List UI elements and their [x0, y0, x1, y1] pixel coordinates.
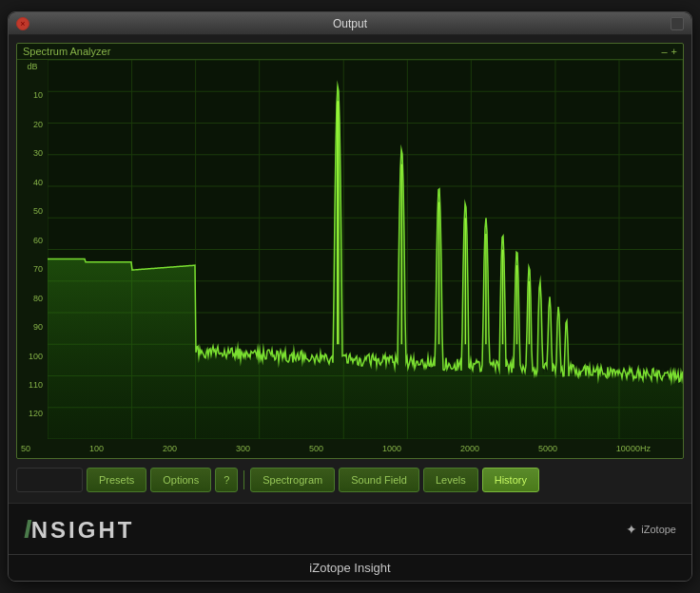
toolbar-right: Spectrogram Sound Field Levels History	[250, 468, 539, 492]
help-button[interactable]: ?	[215, 468, 238, 492]
options-button[interactable]: Options	[150, 468, 211, 492]
x-label-5000: 5000	[538, 444, 557, 453]
x-axis-row: 50 100 200 300 500 1000 2000 5000 10000 …	[17, 439, 683, 458]
app-title: iZotope Insight	[309, 561, 390, 575]
y-label-40: 40	[17, 179, 46, 187]
y-label-10: 10	[17, 91, 46, 100]
spectrogram-button[interactable]: Spectrogram	[250, 468, 335, 492]
y-label-100: 100	[17, 353, 46, 361]
chart-inner	[48, 60, 683, 439]
hz-label: Hz	[640, 444, 652, 453]
panel-header: Spectrum Analyzer – +	[17, 44, 683, 60]
panel-plus-btn[interactable]: +	[671, 46, 677, 57]
insight-logo-i: I	[24, 514, 31, 545]
x-labels: 50 100 200 300 500 1000 2000 5000 10000	[21, 444, 640, 453]
bottom-bar: I NSIGHT ✦ iZotope	[9, 503, 691, 554]
panel-controls: – +	[661, 46, 677, 57]
y-axis: dB 10 20 30 40 50 60 70 80 90 100 110 12…	[17, 60, 48, 439]
y-label-20: 20	[17, 121, 46, 129]
panel-minus-btn[interactable]: –	[661, 46, 667, 57]
x-label-1000: 1000	[382, 444, 401, 453]
izotope-star-icon: ✦	[626, 522, 637, 537]
y-label-120: 120	[17, 410, 46, 418]
x-label-300: 300	[236, 444, 250, 453]
x-label-100: 100	[89, 444, 104, 453]
x-label-500: 500	[309, 444, 323, 453]
db-label: dB	[17, 62, 48, 71]
title-bar: × Output	[9, 12, 691, 35]
x-label-2000: 2000	[460, 444, 479, 453]
izotope-logo: ✦ iZotope	[626, 522, 676, 537]
insight-logo-text: NSIGHT	[31, 517, 135, 544]
toolbar: Presets Options ? Spectrogram Sound Fiel…	[16, 465, 684, 495]
sound-field-button[interactable]: Sound Field	[339, 468, 419, 492]
y-label-70: 70	[17, 265, 46, 274]
spectrum-canvas	[48, 60, 683, 439]
toolbar-left: Presets Options ?	[16, 468, 238, 492]
x-label-200: 200	[163, 444, 177, 453]
history-button[interactable]: History	[482, 468, 539, 492]
window-title: Output	[333, 17, 367, 30]
y-label-50: 50	[17, 207, 46, 216]
y-label-30: 30	[17, 149, 46, 158]
chart-area: dB 10 20 30 40 50 60 70 80 90 100 110 12…	[17, 60, 683, 439]
insight-logo: I NSIGHT	[24, 514, 134, 545]
main-window: × Output Spectrum Analyzer – + dB 10	[8, 11, 692, 582]
y-label-110: 110	[17, 381, 46, 390]
x-label-50: 50	[21, 444, 30, 453]
y-label-80: 80	[17, 295, 46, 303]
y-label-60: 60	[17, 237, 46, 245]
app-title-bar: iZotope Insight	[9, 554, 691, 581]
panel-title: Spectrum Analyzer	[23, 46, 110, 57]
toolbar-separator	[243, 470, 244, 489]
x-label-10000: 10000	[616, 444, 640, 453]
presets-button[interactable]: Presets	[87, 468, 146, 492]
levels-button[interactable]: Levels	[423, 468, 478, 492]
main-content: Spectrum Analyzer – + dB 10 20 30 40 50	[9, 35, 691, 503]
y-label-90: 90	[17, 323, 46, 332]
spectrum-panel: Spectrum Analyzer – + dB 10 20 30 40 50	[16, 43, 684, 459]
izotope-brand-text: iZotope	[641, 524, 676, 535]
close-button[interactable]: ×	[16, 17, 29, 30]
toolbar-empty-slot	[16, 468, 83, 492]
minimize-button[interactable]	[671, 17, 684, 30]
